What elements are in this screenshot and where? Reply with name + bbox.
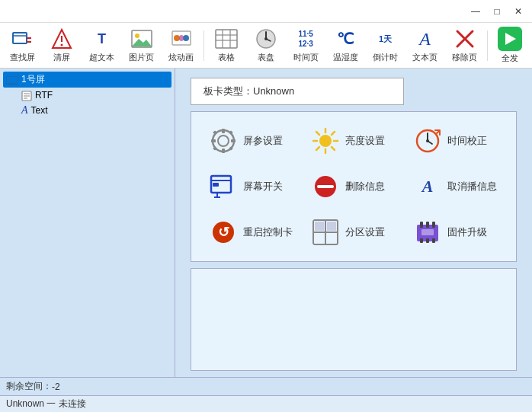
card-type-box: 板卡类型：Unknown — [191, 78, 404, 105]
svg-line-52 — [316, 147, 319, 150]
screen-params-icon — [210, 127, 237, 155]
card-info-section: 板卡类型：Unknown — [175, 69, 532, 111]
firmware-icon — [414, 219, 441, 246]
svg-marker-26 — [505, 33, 516, 45]
brightness-btn[interactable]: 亮度设置 — [306, 124, 402, 158]
toolbar-find-screen[interactable]: 查找屏 — [3, 25, 41, 66]
toolbar-text-page[interactable]: A 文本页 — [406, 25, 444, 66]
toolbar: 查找屏 清屏 T 超文本 图片页 — [0, 23, 532, 69]
title-bar-controls: — □ ✕ — [468, 4, 526, 19]
svg-point-6 — [61, 44, 63, 46]
sidebar-item-text[interactable]: A Text — [18, 103, 171, 118]
toolbar-animation[interactable]: 炫动画 — [162, 25, 200, 66]
dial-label: 表盘 — [258, 52, 274, 63]
svg-point-8 — [135, 34, 139, 38]
svg-point-11 — [174, 35, 180, 41]
rtf-label: RTF — [35, 90, 53, 101]
cancel-broadcast-btn[interactable]: A 取消播信息 — [408, 170, 504, 203]
svg-rect-36 — [222, 129, 225, 133]
time-correct-label: 时间校正 — [447, 134, 487, 148]
sidebar: 1号屏 RTF A Text — [0, 69, 175, 377]
rtf-icon — [21, 89, 32, 101]
brightness-icon — [312, 127, 339, 155]
card-type-label: 板卡类型： — [204, 85, 253, 97]
partition-btn[interactable]: 分区设置 — [306, 216, 402, 249]
control-panel: 屏参设置 亮度设置 — [191, 111, 517, 262]
title-bar: — □ ✕ — [0, 0, 532, 23]
svg-rect-39 — [231, 139, 236, 142]
close-button[interactable]: ✕ — [511, 4, 526, 19]
svg-rect-70 — [327, 222, 336, 231]
countdown-icon: 1天 — [373, 28, 397, 50]
table-icon — [214, 28, 239, 50]
maximize-button[interactable]: □ — [489, 4, 505, 19]
reboot-ctrl-btn[interactable]: ↺ 重启控制卡 — [204, 216, 300, 249]
sidebar-children: RTF A Text — [18, 88, 171, 118]
svg-rect-0 — [13, 33, 27, 43]
svg-point-12 — [183, 35, 189, 41]
remaining-space-value: -2 — [52, 382, 60, 392]
sidebar-item-rtf[interactable]: RTF — [18, 88, 171, 103]
cancel-broadcast-label: 取消播信息 — [447, 180, 497, 193]
svg-line-49 — [316, 132, 319, 135]
temp-humid-label: 温湿度 — [333, 52, 358, 63]
firmware-label: 固件升级 — [447, 225, 487, 239]
delete-info-label: 删除信息 — [345, 180, 385, 193]
main-area: 1号屏 RTF A Text — [0, 69, 532, 377]
bottom-panel — [191, 268, 517, 371]
toolbar-image-page[interactable]: 图片页 — [122, 25, 160, 66]
screen-params-btn[interactable]: 屏参设置 — [204, 124, 300, 158]
svg-line-50 — [332, 147, 335, 150]
time-page-icon: 11·512·3 — [293, 28, 318, 50]
partition-label: 分区设置 — [345, 225, 385, 239]
screen-switch-icon — [210, 173, 237, 200]
svg-rect-27 — [6, 76, 18, 84]
text-page-label: 文本页 — [412, 52, 437, 63]
toolbar-clear-screen[interactable]: 清屏 — [43, 25, 81, 66]
remaining-space-label: 剩余空间： — [6, 380, 52, 393]
toolbar-table[interactable]: 表格 — [207, 25, 245, 66]
firmware-btn[interactable]: 固件升级 — [408, 216, 504, 249]
svg-rect-69 — [315, 222, 324, 231]
svg-line-51 — [332, 132, 335, 135]
toolbar-remove-page[interactable]: 移除页 — [446, 25, 484, 66]
toolbar-time-page[interactable]: 11·512·3 时间页 — [287, 25, 325, 66]
screen-switch-btn[interactable]: 屏幕开关 — [204, 170, 300, 203]
time-correct-icon — [414, 127, 441, 155]
send-all-icon — [498, 27, 522, 51]
sidebar-item-screen1[interactable]: 1号屏 — [3, 72, 171, 88]
screen-switch-label: 屏幕开关 — [243, 180, 283, 193]
svg-point-44 — [319, 135, 332, 147]
content-area: 板卡类型：Unknown — [175, 69, 532, 377]
toolbar-hypertext[interactable]: T 超文本 — [82, 25, 120, 66]
hypertext-label: 超文本 — [89, 52, 114, 63]
svg-point-23 — [264, 37, 268, 40]
delete-info-icon — [312, 173, 339, 200]
find-screen-label: 查找屏 — [10, 52, 35, 63]
svg-rect-73 — [426, 222, 429, 228]
send-all-label: 全发 — [502, 53, 518, 64]
remove-page-label: 移除页 — [452, 52, 477, 63]
toolbar-temp-humid[interactable]: ℃ 温湿度 — [326, 25, 364, 66]
svg-point-13 — [179, 35, 184, 41]
delete-info-btn[interactable]: 删除信息 — [306, 170, 402, 203]
reboot-ctrl-label: 重启控制卡 — [243, 225, 293, 239]
toolbar-send-all[interactable]: 全发 — [491, 25, 529, 66]
screen-icon — [6, 74, 18, 86]
minimize-button[interactable]: — — [468, 4, 483, 19]
svg-rect-14 — [216, 30, 237, 48]
toolbar-countdown[interactable]: 1天 倒计时 — [366, 25, 404, 66]
time-correct-btn[interactable]: 时间校正 — [408, 124, 504, 158]
screen1-label: 1号屏 — [21, 73, 45, 86]
clear-screen-icon — [50, 28, 74, 50]
bottom-status-text: Unknown 一 未连接 — [6, 398, 86, 410]
svg-marker-9 — [132, 39, 152, 46]
remove-page-icon — [453, 28, 477, 50]
status-bar-space: 剩余空间： -2 — [0, 377, 532, 395]
text-label: Text — [31, 105, 48, 116]
svg-point-35 — [218, 136, 229, 146]
time-page-label: 时间页 — [293, 52, 319, 63]
svg-rect-78 — [421, 229, 434, 235]
status-bar-bottom: Unknown 一 未连接 — [0, 395, 532, 412]
toolbar-dial[interactable]: 表盘 — [247, 25, 285, 66]
